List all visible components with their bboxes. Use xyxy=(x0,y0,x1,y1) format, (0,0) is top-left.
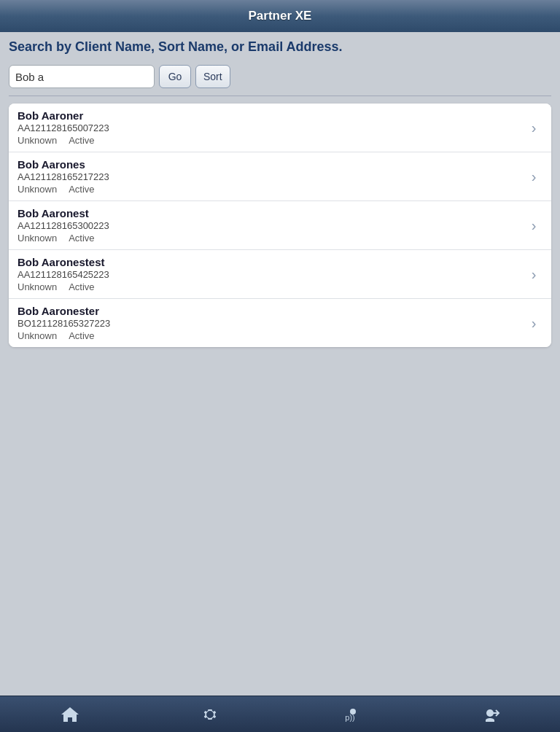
gear-icon xyxy=(199,704,221,725)
result-id-4: BO121128165327223 xyxy=(18,318,525,329)
search-divider xyxy=(9,96,551,96)
result-status-2: Active xyxy=(69,233,94,244)
result-item-0[interactable]: Bob Aaroner AA121128165007223 Unknown Ac… xyxy=(9,104,551,152)
result-status-3: Active xyxy=(69,281,94,292)
result-bottom-1: Unknown Active xyxy=(18,184,525,195)
result-name-4: Bob Aaronester xyxy=(18,305,525,317)
result-id-2: AA121128165300223 xyxy=(18,220,525,231)
result-unknown-1: Unknown xyxy=(18,184,57,195)
app-header: Partner XE xyxy=(0,0,560,32)
footer-account[interactable] xyxy=(464,701,516,728)
result-id-3: AA121128165425223 xyxy=(18,269,525,280)
result-name-0: Bob Aaroner xyxy=(18,109,525,122)
result-name-3: Bob Aaronestest xyxy=(18,256,525,268)
result-unknown-3: Unknown xyxy=(18,281,57,292)
result-id-0: AA121128165007223 xyxy=(18,122,525,133)
result-item-3[interactable]: Bob Aaronestest AA121128165425223 Unknow… xyxy=(9,250,551,299)
main-content: Search by Client Name, Sort Name, or Ema… xyxy=(0,32,560,696)
result-status-4: Active xyxy=(69,330,94,341)
search-instruction: Search by Client Name, Sort Name, or Ema… xyxy=(9,39,551,55)
result-chevron-2: › xyxy=(525,217,542,234)
result-item-2[interactable]: Bob Aaronest AA121128165300223 Unknown A… xyxy=(9,201,551,250)
result-id-1: AA121128165217223 xyxy=(18,171,525,182)
svg-text:p)): p)) xyxy=(345,713,354,722)
result-name-2: Bob Aaronest xyxy=(18,207,525,219)
result-chevron-0: › xyxy=(525,119,542,136)
result-status-0: Active xyxy=(69,135,94,146)
result-item-4[interactable]: Bob Aaronester BO121128165327223 Unknown… xyxy=(9,299,551,347)
result-info-4: Bob Aaronester BO121128165327223 Unknown… xyxy=(18,305,525,341)
search-input[interactable] xyxy=(9,65,155,88)
result-info-3: Bob Aaronestest AA121128165425223 Unknow… xyxy=(18,256,525,292)
footer-nav: p)) xyxy=(0,696,560,732)
result-chevron-4: › xyxy=(525,314,542,332)
result-unknown-2: Unknown xyxy=(18,233,57,244)
result-chevron-3: › xyxy=(525,265,542,283)
pulse-icon: p)) xyxy=(339,704,361,725)
footer-pulse[interactable]: p)) xyxy=(324,701,376,728)
result-bottom-0: Unknown Active xyxy=(18,135,525,146)
footer-settings[interactable] xyxy=(184,701,236,728)
app-title: Partner XE xyxy=(249,9,312,23)
result-name-1: Bob Aarones xyxy=(18,158,525,171)
result-status-1: Active xyxy=(69,184,94,195)
result-unknown-0: Unknown xyxy=(18,135,57,146)
svg-point-2 xyxy=(486,709,494,717)
result-bottom-3: Unknown Active xyxy=(18,281,525,292)
go-button[interactable]: Go xyxy=(159,65,191,88)
results-list: Bob Aaroner AA121128165007223 Unknown Ac… xyxy=(9,104,551,347)
sort-button[interactable]: Sort xyxy=(195,65,230,88)
result-bottom-4: Unknown Active xyxy=(18,330,525,341)
search-bar: Go Sort xyxy=(9,65,551,88)
result-chevron-1: › xyxy=(525,168,542,185)
result-info-1: Bob Aarones AA121128165217223 Unknown Ac… xyxy=(18,158,525,195)
result-bottom-2: Unknown Active xyxy=(18,233,525,244)
result-info-2: Bob Aaronest AA121128165300223 Unknown A… xyxy=(18,207,525,244)
result-info-0: Bob Aaroner AA121128165007223 Unknown Ac… xyxy=(18,109,525,146)
result-item-1[interactable]: Bob Aarones AA121128165217223 Unknown Ac… xyxy=(9,152,551,201)
result-unknown-4: Unknown xyxy=(18,330,57,341)
account-icon xyxy=(479,704,501,725)
home-icon xyxy=(59,704,81,725)
footer-home[interactable] xyxy=(44,701,96,728)
